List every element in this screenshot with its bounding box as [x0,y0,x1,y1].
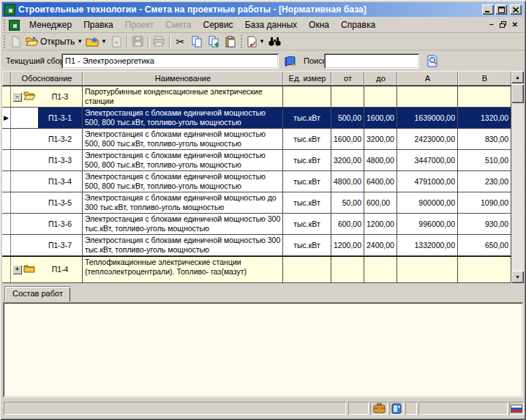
name-cell[interactable]: Электростанция с блоками единичной мощно… [83,235,283,256]
obosnovanie-cell[interactable]: П1-3-1 [11,108,83,129]
export-button[interactable]: ▼ [244,34,266,50]
print-button[interactable] [151,34,168,50]
toolbar-grip[interactable] [240,34,244,48]
obosnovanie-cell[interactable]: -П1-3 [11,86,83,108]
collapse-button[interactable]: - [12,92,22,102]
indicator-cell[interactable] [2,192,11,214]
a-cell[interactable]: 4791000,00 [397,171,458,192]
unit-cell[interactable] [283,257,331,283]
search-button[interactable] [425,53,440,69]
name-cell[interactable]: Электростанция с блоками единичной мощно… [83,192,283,214]
b-cell[interactable]: 1090,00 [458,192,511,214]
b-cell[interactable]: 830,00 [458,129,511,150]
a-cell[interactable]: 996000,00 [397,214,458,235]
from-cell[interactable] [331,86,364,108]
b-cell[interactable]: 510,00 [458,150,511,171]
unit-cell[interactable]: тыс.кВт [283,108,331,129]
b-cell[interactable]: 1320,00 [458,108,511,129]
name-cell[interactable]: Теплофикационные электрические станции (… [83,257,283,283]
save-button[interactable] [129,34,146,50]
paste-button[interactable] [222,34,239,50]
find-button[interactable] [266,34,283,50]
unit-cell[interactable]: тыс.кВт [283,171,331,192]
indicator-cell[interactable] [2,150,11,171]
unit-cell[interactable]: тыс.кВт [283,214,331,235]
table-row-П1-4[interactable]: +П1-4Теплофикационные электрические стан… [2,256,511,283]
b-cell[interactable]: 650,00 [458,235,511,256]
from-cell[interactable]: 1600,00 [331,129,364,150]
indicator-cell[interactable] [2,86,11,108]
indicator-cell[interactable] [2,235,11,256]
to-cell[interactable]: 600,00 [364,192,397,214]
a-cell[interactable]: 1639000,00 [397,108,458,129]
collection-select-button[interactable] [282,53,297,69]
name-cell[interactable]: Электростанция с блоками единичной мощно… [83,150,283,171]
tab-sostav-rabot[interactable]: Состав работ [4,286,70,301]
expand-button[interactable]: + [12,265,22,274]
menu-item-0[interactable]: Менеджер [23,18,78,31]
copy-add-button[interactable] [206,34,222,50]
search-input[interactable] [324,53,419,69]
work-composition-panel[interactable] [3,302,523,397]
mdi-child-icon[interactable] [9,20,20,31]
table-row-П1-3-7[interactable]: П1-3-7Электростанция с блоками единичной… [2,235,511,256]
from-cell[interactable]: 1200,00 [331,235,364,256]
to-cell[interactable]: 1600,00 [364,108,397,129]
collection-combo[interactable]: П1 - Электроэнергетика [61,53,279,69]
a-cell[interactable] [397,257,458,283]
from-cell[interactable]: 3200,00 [331,150,364,171]
column-header[interactable]: В [458,71,511,86]
column-header[interactable]: Наименование [83,71,283,86]
table-row-П1-3-5[interactable]: П1-3-5Электростанция с блоками единичной… [2,192,511,214]
from-cell[interactable]: 600,00 [331,214,364,235]
a-cell[interactable]: 1332000,00 [397,235,458,256]
menu-item-7[interactable]: Справка [335,18,381,31]
scroll-down-button[interactable]: ▼ [511,271,524,283]
table-row-П1-3-1[interactable]: ▶П1-3-1Электростанция с блоками единично… [2,108,511,129]
close-button[interactable] [510,4,522,15]
maximize-button[interactable] [495,4,507,15]
copy-button[interactable] [189,34,206,50]
menu-item-5[interactable]: База данных [239,18,303,31]
scroll-up-button[interactable]: ▲ [511,71,524,83]
name-cell[interactable]: Паротурбинные конденсационные электричес… [83,86,283,108]
new-document-button[interactable] [7,34,24,50]
open-button[interactable]: Открыть ▼ [24,34,84,50]
from-cell[interactable]: 50,00 [331,192,364,214]
app-icon[interactable] [4,4,15,15]
obosnovanie-cell[interactable]: П1-3-2 [11,129,83,150]
to-cell[interactable]: 2400,00 [364,235,397,256]
column-header[interactable]: до [364,71,397,86]
column-header[interactable]: А [397,71,458,86]
to-cell[interactable]: 4800,00 [364,150,397,171]
mdi-close-button[interactable]: ✕ [512,21,518,29]
to-cell[interactable] [364,86,397,108]
obosnovanie-cell[interactable]: П1-3-6 [11,214,83,235]
cut-button[interactable]: ✂ [172,34,189,50]
toolbar-grip[interactable] [3,34,7,48]
menu-item-4[interactable]: Сервис [198,18,239,31]
to-cell[interactable]: 1200,00 [364,214,397,235]
unit-cell[interactable] [283,86,331,108]
scrollbar-thumb[interactable] [511,84,524,103]
menu-item-6[interactable]: Окна [303,18,335,31]
a-cell[interactable]: 2423000,00 [397,129,458,150]
table-row-П1-3[interactable]: -П1-3Паротурбинные конденсационные элект… [2,86,511,108]
indicator-cell[interactable] [2,257,11,283]
new-collection-button[interactable]: ▼ [84,34,108,50]
mdi-restore-button[interactable] [500,21,506,29]
indicator-cell[interactable] [2,171,11,192]
to-cell[interactable]: 3200,00 [364,129,397,150]
from-cell[interactable]: 500,00 [331,108,364,129]
unit-cell[interactable]: тыс.кВт [283,235,331,256]
minimize-button[interactable] [482,4,494,15]
obosnovanie-cell[interactable]: П1-3-5 [11,192,83,214]
table-row-П1-3-2[interactable]: П1-3-2Электростанция с блоками единичной… [2,129,511,150]
name-cell[interactable]: Электростанция с блоками единичной мощно… [83,214,283,235]
b-cell[interactable] [458,257,511,283]
menu-item-1[interactable]: Правка [78,18,119,31]
import-button[interactable] [108,34,125,50]
table-row-П1-3-3[interactable]: П1-3-3Электростанция с блоками единичной… [2,150,511,171]
from-cell[interactable] [331,257,364,283]
obosnovanie-cell[interactable]: П1-3-7 [11,235,83,256]
